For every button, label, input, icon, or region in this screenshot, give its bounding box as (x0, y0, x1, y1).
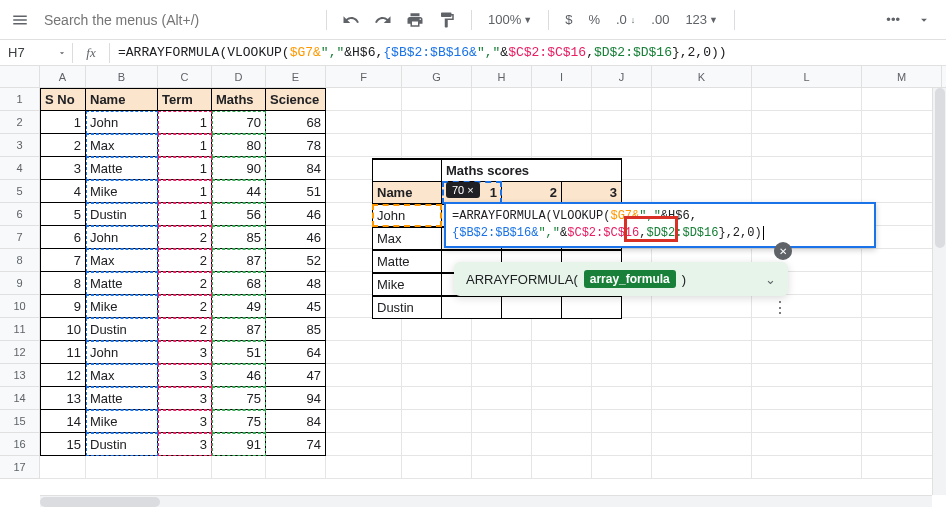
cell[interactable]: 4 (40, 180, 86, 203)
cell[interactable]: 78 (266, 134, 326, 157)
cell[interactable]: 47 (266, 364, 326, 387)
cell[interactable]: 10 (40, 318, 86, 341)
cell[interactable] (326, 456, 402, 479)
name-box-dropdown[interactable] (52, 48, 72, 58)
cell[interactable] (652, 433, 752, 456)
cell[interactable]: Mike (86, 295, 158, 318)
cell[interactable] (472, 387, 532, 410)
column-header-h[interactable]: H (472, 66, 532, 87)
cell[interactable] (752, 456, 862, 479)
cell[interactable]: 7 (40, 249, 86, 272)
cell[interactable] (752, 364, 862, 387)
cell[interactable] (592, 318, 652, 341)
cell-formula-editor[interactable]: =ARRAYFORMULA(VLOOKUP($G7&","&H$6,{$B$2:… (444, 202, 876, 248)
row-header-5[interactable]: 5 (0, 180, 39, 203)
cell[interactable] (752, 111, 862, 134)
cell[interactable]: 87 (212, 318, 266, 341)
cell[interactable] (402, 410, 472, 433)
cell[interactable] (752, 387, 862, 410)
column-header-b[interactable]: B (86, 66, 158, 87)
cell[interactable]: 70 (212, 111, 266, 134)
cell[interactable] (752, 180, 862, 203)
select-all-corner[interactable] (0, 66, 40, 88)
cell[interactable] (652, 456, 752, 479)
menu-icon[interactable] (8, 8, 32, 32)
cell[interactable] (402, 318, 472, 341)
cell[interactable] (472, 111, 532, 134)
cell[interactable] (326, 364, 402, 387)
cell[interactable]: 85 (212, 226, 266, 249)
cell[interactable]: 75 (212, 387, 266, 410)
cell[interactable]: 1 (158, 180, 212, 203)
cell[interactable]: 1 (158, 203, 212, 226)
cell[interactable] (652, 157, 752, 180)
cell[interactable] (862, 341, 942, 364)
cell[interactable] (326, 341, 402, 364)
cell[interactable]: 91 (212, 433, 266, 456)
cell[interactable]: 1 (158, 111, 212, 134)
cell[interactable]: 90 (212, 157, 266, 180)
cell[interactable] (532, 387, 592, 410)
cell[interactable]: 3 (158, 410, 212, 433)
cell[interactable] (862, 295, 942, 318)
cell[interactable]: 45 (266, 295, 326, 318)
cell[interactable] (402, 433, 472, 456)
row-header-6[interactable]: 6 (0, 203, 39, 226)
cell[interactable] (472, 456, 532, 479)
cell[interactable] (532, 433, 592, 456)
cell[interactable]: 44 (212, 180, 266, 203)
cell[interactable] (862, 387, 942, 410)
cell[interactable] (652, 341, 752, 364)
cell[interactable] (532, 364, 592, 387)
cell[interactable] (402, 387, 472, 410)
paint-format-button[interactable] (433, 6, 461, 34)
row-header-8[interactable]: 8 (0, 249, 39, 272)
cell[interactable]: 51 (212, 341, 266, 364)
cell[interactable] (752, 318, 862, 341)
cell[interactable]: 3 (158, 433, 212, 456)
cell[interactable]: 3 (40, 157, 86, 180)
cell[interactable] (652, 180, 752, 203)
cell[interactable]: 87 (212, 249, 266, 272)
cell[interactable]: Matte (86, 157, 158, 180)
cell[interactable]: 48 (266, 272, 326, 295)
cell[interactable] (652, 295, 752, 318)
column-header-d[interactable]: D (212, 66, 266, 87)
column-header-k[interactable]: K (652, 66, 752, 87)
currency-button[interactable]: $ (559, 6, 578, 34)
percent-button[interactable]: % (582, 6, 606, 34)
cell[interactable] (652, 111, 752, 134)
cell[interactable]: 13 (40, 387, 86, 410)
cell[interactable]: 1 (158, 134, 212, 157)
row-header-9[interactable]: 9 (0, 272, 39, 295)
cell[interactable]: Dustin (86, 318, 158, 341)
cell[interactable]: Mike (86, 410, 158, 433)
hint-more-options[interactable]: ⋮ (772, 298, 788, 317)
row-header-15[interactable]: 15 (0, 410, 39, 433)
cell[interactable] (592, 456, 652, 479)
cell[interactable] (402, 364, 472, 387)
cell[interactable] (862, 180, 942, 203)
zoom-dropdown[interactable]: 100% ▼ (482, 6, 538, 34)
cell[interactable]: 84 (266, 410, 326, 433)
cell[interactable]: 1 (158, 157, 212, 180)
cell[interactable]: 56 (212, 203, 266, 226)
cell[interactable] (752, 433, 862, 456)
cell[interactable] (266, 456, 326, 479)
cell[interactable]: S No (40, 88, 86, 111)
cell[interactable]: Max (86, 364, 158, 387)
cell[interactable]: 80 (212, 134, 266, 157)
chevron-down-icon[interactable]: ⌄ (765, 272, 776, 287)
cell[interactable]: Matte (86, 272, 158, 295)
cell[interactable] (862, 249, 942, 272)
cell[interactable] (652, 88, 752, 111)
horizontal-scrollbar[interactable] (40, 495, 932, 507)
column-header-f[interactable]: F (326, 66, 402, 87)
cell[interactable] (652, 134, 752, 157)
cell[interactable] (862, 88, 942, 111)
cell[interactable] (532, 456, 592, 479)
cell[interactable] (402, 134, 472, 157)
cell[interactable] (326, 433, 402, 456)
cell[interactable] (752, 295, 862, 318)
cell[interactable]: 51 (266, 180, 326, 203)
